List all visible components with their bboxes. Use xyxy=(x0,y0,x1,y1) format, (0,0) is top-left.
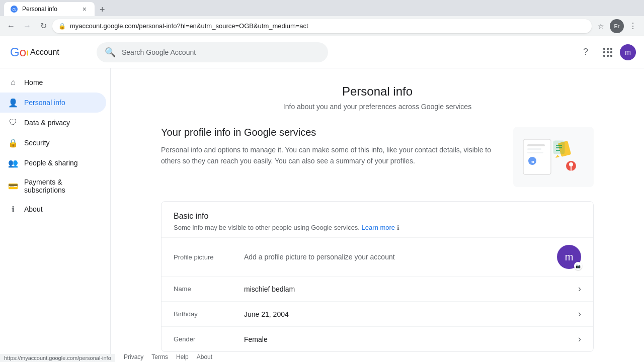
svg-rect-10 xyxy=(607,55,609,57)
illustration-svg: m xyxy=(518,132,589,182)
svg-rect-11 xyxy=(610,55,612,57)
apps-grid-button[interactable] xyxy=(598,42,618,62)
address-bar[interactable]: 🔒 myaccount.google.com/personal-info?hl=… xyxy=(52,19,592,33)
search-placeholder: Search Google Account xyxy=(122,48,196,56)
nav-icon-personal-info: 👤 xyxy=(8,98,18,108)
footer-link-about[interactable]: About xyxy=(197,353,212,360)
svg-rect-13 xyxy=(527,144,545,146)
profile-picture-label: Profile picture xyxy=(174,253,244,261)
svg-rect-5 xyxy=(610,48,612,50)
name-label: Name xyxy=(174,285,244,293)
svg-text:Google: Google xyxy=(10,45,28,59)
google-account-label: Account xyxy=(30,48,59,57)
nav-icon-data-privacy: 🛡 xyxy=(8,118,18,128)
name-value: mischief bedlam xyxy=(244,285,578,293)
reload-button[interactable]: ↻ xyxy=(36,19,50,33)
nav-label-personal-info: Personal info xyxy=(24,99,65,107)
svg-rect-3 xyxy=(603,48,605,50)
birthday-chevron: › xyxy=(578,309,581,319)
profile-section-description: Personal info and options to manage it. … xyxy=(161,144,497,167)
sidebar: ⌂Home👤Personal info🛡Data & privacy🔒Secur… xyxy=(0,68,111,362)
sidebar-item-payments[interactable]: 💳Payments & subscriptions xyxy=(0,173,106,199)
tab-close-icon[interactable]: × xyxy=(80,4,89,14)
nav-label-home: Home xyxy=(24,78,43,86)
svg-rect-6 xyxy=(603,51,605,53)
svg-text:m: m xyxy=(530,159,534,164)
bookmark-button[interactable]: ☆ xyxy=(594,19,608,33)
svg-rect-14 xyxy=(527,148,541,150)
nav-icon-home: ⌂ xyxy=(8,77,18,87)
address-bar-row: ← → ↻ 🔒 myaccount.google.com/personal-in… xyxy=(0,16,644,36)
profile-picture-row[interactable]: Profile picture Add a profile picture to… xyxy=(162,237,593,276)
page-subtitle: Info about you and your preferences acro… xyxy=(131,103,624,111)
camera-badge: 📷 xyxy=(574,262,582,270)
back-button[interactable]: ← xyxy=(4,19,18,33)
birthday-row[interactable]: Birthday June 21, 2004 › xyxy=(162,301,593,326)
search-box[interactable]: 🔍 Search Google Account xyxy=(97,42,328,62)
search-icon: 🔍 xyxy=(105,47,116,58)
user-avatar-button[interactable]: m xyxy=(620,44,636,60)
nav-label-payments: Payments & subscriptions xyxy=(24,178,98,194)
footer-link-privacy[interactable]: Privacy xyxy=(124,353,143,360)
google-account-logo[interactable]: Google Account xyxy=(8,42,89,62)
svg-point-19 xyxy=(569,162,573,166)
sidebar-item-about[interactable]: ℹAbout xyxy=(0,199,106,219)
main-layout: ⌂Home👤Personal info🛡Data & privacy🔒Secur… xyxy=(0,68,644,362)
browser-window: G Personal info × + ← → ↻ 🔒 myaccount.go… xyxy=(0,0,644,36)
tab-bar: G Personal info × + xyxy=(0,0,644,16)
info-icon: ℹ xyxy=(397,224,399,231)
browser-profile-button[interactable]: Er xyxy=(610,19,624,33)
name-chevron: › xyxy=(578,284,581,294)
nav-icon-about: ℹ xyxy=(8,204,18,214)
basic-info-header: Basic info Some info may be visible to o… xyxy=(162,202,593,237)
sidebar-item-home[interactable]: ⌂Home xyxy=(0,72,106,93)
help-button[interactable]: ? xyxy=(576,42,596,62)
new-tab-button[interactable]: + xyxy=(96,5,109,15)
nav-label-data-privacy: Data & privacy xyxy=(24,119,70,127)
gender-value: Female xyxy=(244,335,578,343)
nav-label-about: About xyxy=(24,205,43,213)
birthday-value: June 21, 2004 xyxy=(244,310,578,318)
svg-rect-21 xyxy=(553,141,565,154)
footer: PrivacyTermsHelpAbout xyxy=(116,352,220,362)
gender-label: Gender xyxy=(174,335,244,343)
apps-grid-icon xyxy=(603,47,613,57)
nav-icon-payments: 💳 xyxy=(8,181,18,191)
svg-rect-4 xyxy=(607,48,609,50)
tab-title: Personal info xyxy=(22,6,76,13)
forward-button[interactable]: → xyxy=(20,19,34,33)
tab-favicon: G xyxy=(10,5,18,13)
profile-section-title: Your profile info in Google services xyxy=(161,127,497,138)
learn-more-link[interactable]: Learn more xyxy=(362,224,395,231)
gender-row[interactable]: Gender Female › xyxy=(162,326,593,351)
nav-label-people-sharing: People & sharing xyxy=(24,159,78,167)
app-container: Google Account 🔍 Search Google Account ?… xyxy=(0,36,644,362)
gender-chevron: › xyxy=(578,334,581,344)
lock-icon: 🔒 xyxy=(58,23,66,30)
google-logo-icon: Google xyxy=(8,42,28,62)
nav-label-security: Security xyxy=(24,139,50,147)
page-title: Personal info xyxy=(131,84,624,99)
sidebar-item-people-sharing[interactable]: 👥People & sharing xyxy=(0,153,106,173)
status-url: https://myaccount.google.com/personal-in… xyxy=(4,355,111,361)
sidebar-item-personal-info[interactable]: 👤Personal info xyxy=(0,93,106,113)
sidebar-item-security[interactable]: 🔒Security xyxy=(0,133,106,153)
footer-link-help[interactable]: Help xyxy=(176,353,189,360)
svg-rect-15 xyxy=(527,152,543,153)
status-bar: https://myaccount.google.com/personal-in… xyxy=(0,354,115,362)
profile-illustration: m xyxy=(513,127,594,187)
birthday-label: Birthday xyxy=(174,310,244,318)
nav-icon-people-sharing: 👥 xyxy=(8,158,18,168)
sidebar-item-data-privacy[interactable]: 🛡Data & privacy xyxy=(0,113,106,133)
profile-initial: Er xyxy=(614,23,620,29)
active-tab[interactable]: G Personal info × xyxy=(4,2,95,16)
svg-text:G: G xyxy=(12,7,16,12)
profile-section-text: Your profile info in Google services Per… xyxy=(161,127,497,167)
svg-rect-8 xyxy=(610,51,612,53)
name-row[interactable]: Name mischief bedlam › xyxy=(162,276,593,301)
basic-info-card: Basic info Some info may be visible to o… xyxy=(161,201,594,352)
extensions-button[interactable]: ⋮ xyxy=(626,19,640,33)
footer-link-terms[interactable]: Terms xyxy=(151,353,168,360)
svg-rect-9 xyxy=(603,55,605,57)
basic-info-title: Basic info xyxy=(174,212,581,221)
